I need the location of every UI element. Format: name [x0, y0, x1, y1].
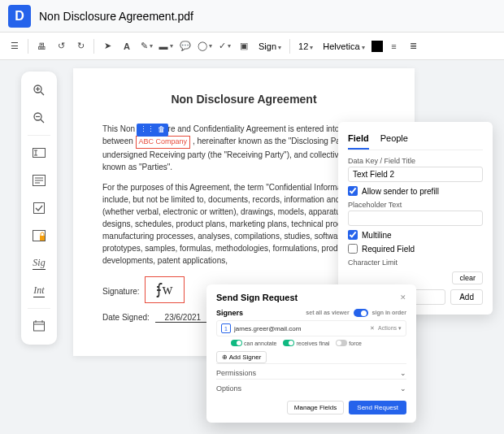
signer-index: 1: [221, 323, 231, 333]
titlebar: D Non Disclosure Agreement.pdf: [0, 0, 504, 33]
receives-final-toggle[interactable]: [283, 340, 294, 346]
signature-label: Signature:: [102, 287, 140, 296]
shape-tool-icon[interactable]: ◯▾: [197, 38, 213, 54]
signature-field-icon[interactable]: Sig: [27, 251, 51, 276]
initials-field-icon[interactable]: Int: [27, 279, 51, 303]
separator: [289, 39, 290, 54]
text-tool-icon[interactable]: A: [119, 38, 135, 54]
cursor-icon[interactable]: ➤: [99, 38, 115, 54]
send-panel-title: Send Sign Request: [216, 293, 298, 302]
required-label: Required Field: [362, 245, 415, 254]
signer-remove-icon[interactable]: ✕: [370, 325, 375, 332]
checkbox-field-icon[interactable]: [27, 196, 51, 220]
signer-row: 1 james.greer@mail.com ✕ Actions ▾: [216, 320, 406, 336]
datakey-label: Data Key / Field Title: [348, 157, 483, 165]
file-name: Non Disclosure Agreement.pdf: [39, 10, 193, 23]
close-icon[interactable]: ✕: [400, 293, 406, 302]
zoom-in-icon[interactable]: [27, 78, 51, 102]
svg-rect-7: [33, 149, 46, 158]
text-field-icon[interactable]: [27, 141, 51, 165]
note-tool-icon[interactable]: 💬: [177, 38, 193, 54]
svg-rect-18: [34, 322, 45, 331]
chevron-down-icon: ⌄: [400, 369, 406, 377]
manage-fields-button[interactable]: Manage Fields: [287, 401, 344, 414]
menu-icon[interactable]: ☰: [7, 38, 23, 54]
allow-prefill-checkbox[interactable]: [348, 186, 358, 196]
token-handle[interactable]: ⋮⋮ 🗑: [137, 124, 168, 137]
force-toggle[interactable]: [336, 340, 347, 346]
tab-people[interactable]: People: [380, 130, 408, 150]
set-all-viewer-link[interactable]: set all as viewer: [306, 310, 349, 315]
datakey-input[interactable]: [348, 167, 483, 182]
font-family-select[interactable]: Helvetica▾: [319, 40, 367, 53]
align-left-icon[interactable]: ≡: [386, 38, 402, 54]
placeholder-input[interactable]: [348, 210, 483, 226]
separator: [28, 39, 28, 54]
send-sign-request-panel: Send Sign Request ✕ Signers set all as v…: [206, 284, 416, 423]
multiline-label: Multiline: [362, 231, 392, 240]
required-checkbox[interactable]: [348, 244, 358, 254]
date-signed-value: 23/6/2021: [155, 313, 211, 323]
chevron-down-icon: ⌄: [400, 384, 406, 393]
print-icon[interactable]: 🖶: [33, 38, 50, 54]
svg-rect-15: [34, 203, 45, 214]
toolbar: ☰ 🖶 ↺ ↻ ➤ A ✎▾ ▬▾ 💬 ◯▾ ✓▾ ▣ Sign▾ 12▾ He…: [0, 33, 504, 60]
undo-icon[interactable]: ↺: [53, 38, 69, 54]
svg-rect-17: [40, 236, 45, 241]
divider: [28, 308, 50, 309]
highlight-tool-icon[interactable]: ▬▾: [158, 38, 174, 54]
date-signed-label: Date Signed:: [102, 313, 150, 322]
signer-email: james.greer@mail.com: [234, 325, 367, 332]
doc-title: Non Disclosure Agreement: [102, 91, 385, 108]
redo-icon[interactable]: ↻: [72, 38, 89, 54]
paragraph-field-icon[interactable]: [27, 168, 51, 193]
clear-button[interactable]: clear: [452, 271, 483, 284]
tab-field[interactable]: Field: [348, 130, 369, 150]
pen-tool-icon[interactable]: ✎▾: [138, 38, 154, 54]
signature-field[interactable]: ʄw: [145, 276, 185, 303]
allow-prefill-label: Allow sender to prefill: [362, 187, 439, 196]
delete-icon[interactable]: 🗑: [158, 124, 165, 136]
placeholder-label: Placeholder Text: [348, 201, 483, 209]
signers-heading: Signers: [216, 309, 243, 317]
add-button[interactable]: Add: [450, 289, 483, 305]
sign-dropdown[interactable]: Sign▾: [255, 40, 285, 53]
app-logo: D: [8, 5, 31, 28]
check-tool-icon[interactable]: ✓▾: [216, 38, 232, 54]
sign-in-order-toggle[interactable]: [354, 309, 368, 317]
color-swatch[interactable]: [371, 41, 383, 52]
svg-line-1: [41, 92, 44, 95]
svg-line-5: [41, 119, 44, 123]
signer-toggles: can annotate receives final force: [231, 340, 406, 346]
add-signer-button[interactable]: ⊕ Add Signer: [216, 351, 267, 363]
send-request-button[interactable]: Send Request: [349, 401, 406, 414]
divider: [28, 135, 50, 136]
company-field-token[interactable]: ⋮⋮ 🗑 ABC Company: [136, 136, 191, 149]
permissions-section[interactable]: Permissions⌄: [216, 363, 406, 379]
lock-field-icon[interactable]: [27, 224, 51, 248]
align-center-icon[interactable]: ≣: [406, 38, 422, 54]
zoom-out-icon[interactable]: [27, 106, 51, 130]
font-size-select[interactable]: 12▾: [295, 40, 316, 53]
sign-order-controls: set all as viewer sign in order: [306, 309, 406, 317]
image-tool-icon[interactable]: ▣: [236, 38, 252, 54]
multiline-checkbox[interactable]: [348, 230, 358, 240]
date-field-icon[interactable]: [27, 314, 51, 338]
charlimit-label: Character Limit: [348, 258, 483, 267]
options-section[interactable]: Options⌄: [216, 379, 406, 394]
drag-icon[interactable]: ⋮⋮: [140, 124, 154, 136]
field-toolbar: Sig Int: [21, 72, 57, 345]
annotate-toggle[interactable]: [231, 340, 242, 346]
signer-actions-dropdown[interactable]: Actions ▾: [378, 325, 402, 332]
separator: [93, 39, 94, 54]
